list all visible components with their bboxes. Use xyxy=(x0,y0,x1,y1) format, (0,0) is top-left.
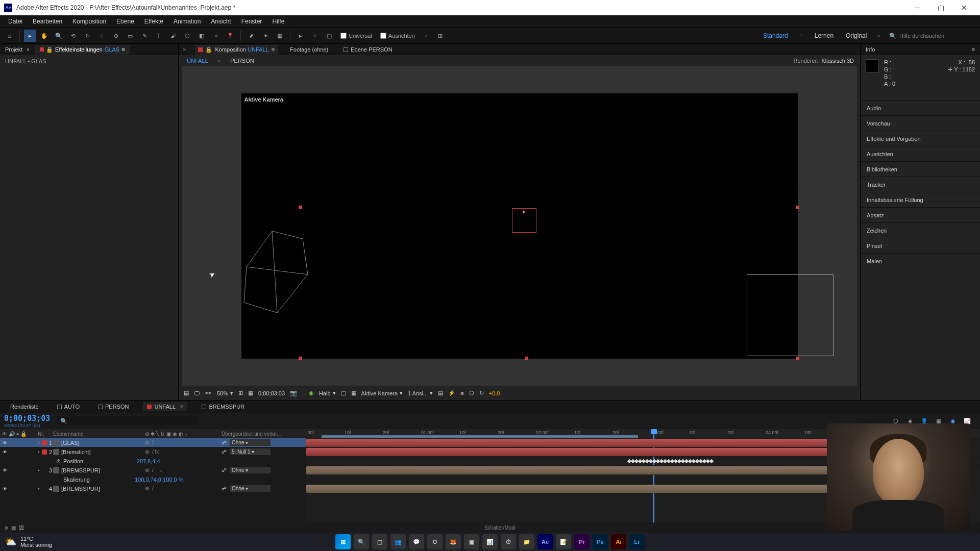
property-scale[interactable]: Skalierung100,0,74,0,100,0 % xyxy=(0,475,306,484)
menu-datei[interactable]: Datei xyxy=(3,16,28,27)
local-axis-icon[interactable]: ⬈ xyxy=(245,30,257,42)
timeline-tab-renderliste[interactable]: Renderliste xyxy=(6,402,43,411)
text-tool[interactable]: T xyxy=(153,30,165,42)
menu-fenster[interactable]: Fenster xyxy=(236,16,267,27)
breadcrumb-main[interactable]: UNFALL xyxy=(185,57,210,65)
taskbar-app-op[interactable]: O xyxy=(427,534,443,549)
workspace-menu-icon[interactable]: ≡ xyxy=(795,30,807,42)
tab-close-icon[interactable]: × xyxy=(183,46,186,53)
pixel-aspect-icon[interactable]: ▤ xyxy=(438,390,443,396)
workspace-standard[interactable]: Standard xyxy=(758,31,793,40)
selection-handle[interactable] xyxy=(525,357,528,360)
world-axis-icon[interactable]: ✦ xyxy=(259,30,272,42)
clone-tool[interactable]: ⬡ xyxy=(181,30,193,42)
taskbar-app-task[interactable]: ▢ xyxy=(372,534,387,549)
timeline-icon[interactable]: ≡ xyxy=(460,390,463,396)
selection-handle[interactable] xyxy=(796,206,799,209)
zoom-dropdown[interactable]: 50% ▾ xyxy=(217,390,233,396)
menu-effekte[interactable]: Effekte xyxy=(139,16,168,27)
taskbar-app-tv[interactable]: ⏱ xyxy=(501,534,516,549)
flowchart-icon[interactable]: ⬡ xyxy=(469,390,474,396)
reset-exposure-icon[interactable]: ↻ xyxy=(479,390,484,396)
panel-absatz[interactable]: Absatz xyxy=(861,207,980,222)
selection-handle[interactable] xyxy=(796,357,799,360)
panel-ausrichten[interactable]: Ausrichten xyxy=(861,146,980,161)
eraser-tool[interactable]: ◧ xyxy=(195,30,208,42)
pan-behind-tool[interactable]: ⊕ xyxy=(110,30,122,42)
tab-layer[interactable]: Ebene PERSON xyxy=(340,45,395,54)
brush-tool[interactable]: 🖌 xyxy=(167,30,179,42)
resolution-dropdown[interactable]: Halb ▾ xyxy=(319,390,336,396)
taskbar-app-ai[interactable]: Ai xyxy=(611,534,626,549)
close-button[interactable]: ✕ xyxy=(952,0,976,15)
region-of-interest[interactable] xyxy=(747,274,834,356)
orbit-tool[interactable]: ⟲ xyxy=(67,30,79,42)
taskbar-app-win[interactable]: ⊞ xyxy=(335,534,351,549)
viewer-time[interactable]: 0;00;03;03 xyxy=(258,390,285,396)
ausrichten-toggle[interactable]: Ausrichten xyxy=(377,33,418,39)
panel-effekte-und-vorgaben[interactable]: Effekte und Vorgaben xyxy=(861,131,980,146)
taskbar-weather[interactable]: ⛅ 11°C Meist sonnig xyxy=(5,536,52,548)
timeline-tab-auto[interactable]: AUTO xyxy=(53,402,84,411)
roto-tool[interactable]: ✧ xyxy=(210,30,222,42)
panel-zeichen[interactable]: Zeichen xyxy=(861,222,980,238)
menu-ansicht[interactable]: Ansicht xyxy=(206,16,236,27)
monitor-icon[interactable]: 🖵 xyxy=(194,390,200,396)
hand-tool[interactable]: ✋ xyxy=(38,30,51,42)
snap-add-icon[interactable]: + xyxy=(309,30,321,42)
help-search[interactable]: 🔍 Hilfe durchsuchen xyxy=(885,32,977,40)
taskbar-app-search[interactable]: 🔍 xyxy=(354,534,369,549)
views-dropdown[interactable]: 1 Ansi... ▾ xyxy=(408,390,433,396)
layer-row[interactable]: 👁 ▸4 [BREMSSPUR] ⊕/ ☍Ohne ▾ xyxy=(0,484,306,493)
timeline-tab-bremsspur[interactable]: BREMSSPUR xyxy=(198,402,249,411)
minimize-button[interactable]: ─ xyxy=(905,0,929,15)
tab-composition[interactable]: 🔒 Komposition UNFALL ≡ xyxy=(195,45,278,55)
taskbar-app-lr[interactable]: Lr xyxy=(629,534,645,549)
snap-ext-icon[interactable]: ⟋ xyxy=(420,30,432,42)
tab-effect-controls[interactable]: 🔒 Effekteinstellungen GLAS ≡ xyxy=(35,45,130,55)
taskbar-app-ff[interactable]: 🦊 xyxy=(446,534,461,549)
panel-inhaltsbasierte-füllung[interactable]: Inhaltsbasierte Füllung xyxy=(861,192,980,207)
rect-tool[interactable]: ▭ xyxy=(124,30,136,42)
panel-malen[interactable]: Malen xyxy=(861,253,980,268)
mask-icon[interactable]: 👓 xyxy=(205,390,212,396)
panel-audio[interactable]: Audio xyxy=(861,100,980,115)
workspace-lernen[interactable]: Lernen xyxy=(810,31,839,40)
taskbar-app-wa[interactable]: 💬 xyxy=(409,534,424,549)
taskbar-app-teams[interactable]: 👥 xyxy=(390,534,406,549)
composition-viewer[interactable]: Aktive Kamera ✦ xyxy=(182,66,857,386)
snap-point-icon[interactable]: ▸ xyxy=(295,30,307,42)
fast-preview-icon[interactable]: ⚡ xyxy=(448,390,455,396)
snap-grid-icon[interactable]: ⊞ xyxy=(434,30,447,42)
selection-handle[interactable] xyxy=(299,357,302,360)
tab-menu-icon[interactable]: ≡ xyxy=(121,46,125,53)
guides-icon[interactable]: ▦ xyxy=(248,390,253,396)
menu-animation[interactable]: Animation xyxy=(168,16,206,27)
layer-row[interactable]: 👁 ▸2 [Bremslicht] ⊕/ fx ☍5. Null 1 ▾ xyxy=(0,447,306,457)
universal-toggle[interactable]: Universal xyxy=(337,33,375,39)
taskbar-app-ae[interactable]: Ae xyxy=(537,534,553,549)
tab-menu-icon[interactable]: ≡ xyxy=(272,46,275,53)
current-timecode[interactable]: 0;00;03;03 xyxy=(4,414,50,423)
menu-komposition[interactable]: Komposition xyxy=(67,16,111,27)
panel-bibliotheken[interactable]: Bibliotheken xyxy=(861,161,980,177)
menu-ebene[interactable]: Ebene xyxy=(111,16,139,27)
tab-footage[interactable]: Footage (ohne) xyxy=(287,45,331,54)
tab-project[interactable]: Projekt× xyxy=(0,45,35,54)
rotate-tool[interactable]: ↻ xyxy=(81,30,93,42)
taskbar-app-np[interactable]: 📝 xyxy=(556,534,571,549)
timeline-footer-icons[interactable]: ⊕▦🖼 xyxy=(4,525,24,531)
panel-vorschau[interactable]: Vorschau xyxy=(861,115,980,131)
selection-tool[interactable]: ▸ xyxy=(24,30,36,42)
maximize-button[interactable]: ▢ xyxy=(929,0,952,15)
layer-row[interactable]: 👁 ▸1 [GLAS] ⊕/ ☍Ohne ▾ xyxy=(0,438,306,447)
info-panel-header[interactable]: Info ≡ xyxy=(861,44,980,55)
switches-modes-toggle[interactable]: Schalter/Modi xyxy=(484,525,516,531)
channel-icon[interactable]: ◉ xyxy=(309,390,314,396)
breadcrumb-second[interactable]: PERSON xyxy=(228,57,256,65)
anchor-point-icon[interactable]: ✦ xyxy=(521,209,526,216)
layer-row[interactable]: 👁 ▸3 [BREMSSPUR] ⊕/⬦ ☍Ohne ▾ xyxy=(0,466,306,475)
taskbar-app-pp[interactable]: 📊 xyxy=(482,534,498,549)
panel-tracker[interactable]: Tracker xyxy=(861,177,980,192)
renderer-label[interactable]: Renderer:Klassisch 3D xyxy=(794,58,854,64)
